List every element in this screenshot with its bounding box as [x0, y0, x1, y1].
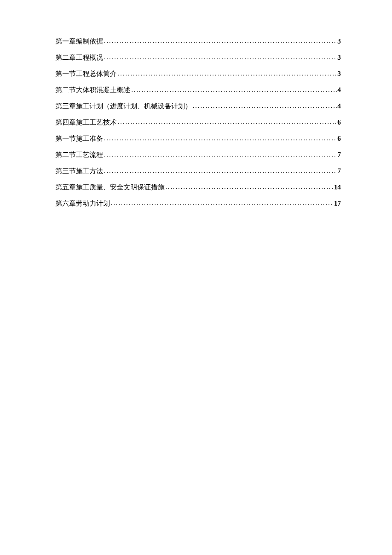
toc-page-number: 17 — [334, 198, 341, 209]
toc-page-number: 6 — [337, 134, 341, 144]
toc-title: 第一节工程总体简介 — [55, 69, 117, 79]
toc-title: 第二章工程概况 — [55, 52, 103, 63]
toc-leader-dots — [104, 166, 337, 176]
toc-entry: 第一章编制依据 3 — [55, 36, 341, 46]
toc-entry: 第六章劳动力计划 17 — [55, 198, 341, 209]
toc-entry: 第一节施工准备 6 — [55, 134, 341, 144]
toc-title: 第二节大体积混凝土概述 — [55, 85, 130, 95]
toc-page-number: 7 — [337, 166, 341, 176]
toc-entry: 第二节大体积混凝土概述 4 — [55, 85, 341, 95]
toc-title: 第五章施工质量、安全文明保证措施 — [55, 182, 164, 192]
toc-leader-dots — [104, 149, 337, 160]
toc-page-number: 3 — [337, 36, 341, 46]
toc-leader-dots — [193, 101, 337, 111]
toc-title: 第六章劳动力计划 — [55, 198, 110, 209]
toc-leader-dots — [111, 198, 333, 208]
toc-leader-dots — [118, 117, 337, 127]
toc-leader-dots — [131, 84, 337, 95]
toc-leader-dots — [104, 36, 337, 46]
toc-leader-dots — [104, 133, 337, 143]
toc-page-number: 4 — [337, 85, 341, 95]
toc-title: 第一节施工准备 — [55, 134, 103, 144]
toc-title: 第一章编制依据 — [55, 36, 103, 46]
toc-title: 第三章施工计划（进度计划、机械设备计划） — [55, 101, 192, 111]
toc-title: 第二节工艺流程 — [55, 150, 103, 160]
toc-entry: 第二节工艺流程 7 — [55, 150, 341, 160]
toc-entry: 第四章施工工艺技术 6 — [55, 117, 341, 128]
toc-title: 第三节施工方法 — [55, 166, 103, 176]
toc-page-number: 6 — [337, 117, 341, 128]
toc-title: 第四章施工工艺技术 — [55, 117, 117, 128]
document-page: 第一章编制依据 3 第二章工程概况 3 第一节工程总体简介 3 第二节大体积混凝… — [0, 0, 392, 209]
toc-leader-dots — [118, 68, 337, 78]
toc-page-number: 14 — [334, 182, 341, 192]
toc-leader-dots — [104, 52, 337, 62]
toc-page-number: 7 — [337, 150, 341, 160]
toc-page-number: 3 — [337, 52, 341, 63]
toc-entry: 第三章施工计划（进度计划、机械设备计划） 4 — [55, 101, 341, 111]
toc-page-number: 3 — [337, 69, 341, 79]
toc-entry: 第三节施工方法 7 — [55, 166, 341, 176]
toc-page-number: 4 — [337, 101, 341, 111]
toc-entry: 第一节工程总体简介 3 — [55, 69, 341, 79]
toc-entry: 第二章工程概况 3 — [55, 52, 341, 63]
toc-entry: 第五章施工质量、安全文明保证措施 14 — [55, 182, 341, 192]
toc-leader-dots — [165, 182, 333, 192]
